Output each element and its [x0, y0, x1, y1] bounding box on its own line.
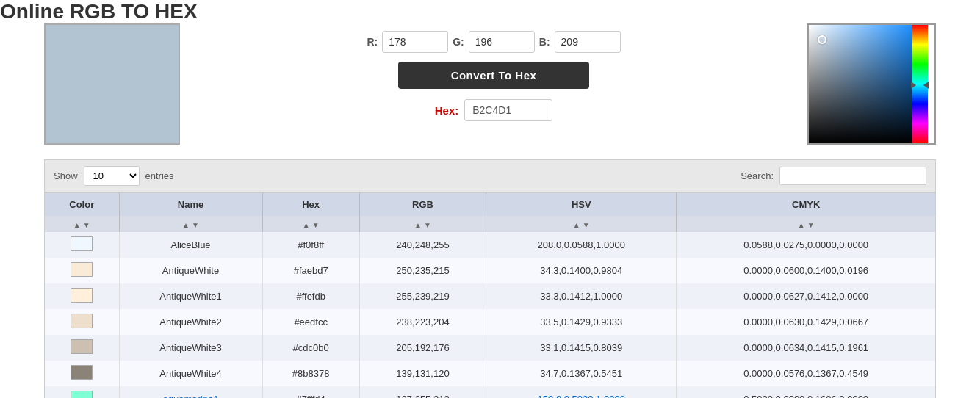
- cell-name: AntiqueWhite1: [119, 283, 262, 309]
- sort-hsv: ▲ ▼: [486, 216, 677, 232]
- sort-hex-btn[interactable]: ▲ ▼: [303, 221, 320, 229]
- sort-rgb: ▲ ▼: [359, 216, 486, 232]
- hex-input[interactable]: [464, 99, 552, 121]
- g-label: G:: [453, 36, 464, 48]
- color-swatch: [71, 288, 93, 303]
- cell-hex: #ffefdb: [262, 283, 359, 309]
- table-sort-row: ▲ ▼ ▲ ▼ ▲ ▼: [45, 216, 936, 232]
- table-row: AntiqueWhite#faebd7250,235,21534.3,0.140…: [45, 258, 936, 283]
- entries-label: entries: [145, 170, 174, 181]
- sort-hsv-btn[interactable]: ▲ ▼: [573, 221, 590, 229]
- cell-hsv: 33.3,0.1412,1.0000: [486, 283, 677, 309]
- sort-up-icon[interactable]: ▲: [182, 221, 190, 229]
- sort-up-icon[interactable]: ▲: [414, 221, 422, 229]
- color-swatch: [71, 391, 93, 398]
- sort-up-icon[interactable]: ▲: [73, 221, 81, 229]
- col-color: Color: [45, 193, 120, 217]
- hex-label: Hex:: [435, 104, 459, 117]
- sort-up-icon[interactable]: ▲: [573, 221, 580, 229]
- cell-hsv: 34.7,0.1367,0.5451: [486, 361, 677, 386]
- sort-down-icon[interactable]: ▼: [312, 221, 320, 229]
- col-cmyk: CMYK: [677, 193, 936, 217]
- cell-hsv: 159.8,0.5020,1.0000: [486, 386, 677, 398]
- cell-color: [45, 309, 120, 335]
- g-input[interactable]: [469, 31, 535, 53]
- cell-color: [45, 386, 120, 398]
- color-swatch: [71, 314, 93, 328]
- cell-hex: #cdc0b0: [262, 335, 359, 361]
- hsv-link[interactable]: 159.8,0.5020,1.0000: [538, 394, 625, 398]
- b-input[interactable]: [555, 31, 621, 53]
- convert-button[interactable]: Convert To Hex: [398, 62, 589, 89]
- col-rgb: RGB: [359, 193, 486, 217]
- page-title: Online RGB TO HEX: [0, 0, 980, 23]
- search-area: Search:: [741, 167, 926, 185]
- search-input[interactable]: [779, 167, 926, 185]
- col-name: Name: [119, 193, 262, 217]
- cell-hsv: 33.5,0.1429,0.9333: [486, 309, 677, 335]
- rgb-inputs: R: G: B:: [367, 31, 620, 53]
- cell-hsv: 34.3,0.1400,0.9804: [486, 258, 677, 283]
- table-row: AliceBlue#f0f8ff240,248,255208.0,0.0588,…: [45, 232, 936, 258]
- sort-down-icon[interactable]: ▼: [192, 221, 199, 229]
- cell-cmyk: 0.0000,0.0576,0.1367,0.4549: [677, 361, 936, 386]
- color-preview-box: [44, 23, 180, 145]
- search-label: Search:: [741, 170, 774, 181]
- sort-up-icon[interactable]: ▲: [303, 221, 310, 229]
- cell-name: AntiqueWhite2: [119, 309, 262, 335]
- cell-color: [45, 283, 120, 309]
- table-row: AntiqueWhite2#eedfcc238,223,20433.5,0.14…: [45, 309, 936, 335]
- sort-down-icon[interactable]: ▼: [807, 221, 815, 229]
- show-label: Show: [54, 170, 78, 181]
- converter-area: R: G: B: Convert To Hex Hex:: [180, 23, 807, 121]
- sort-color-btn[interactable]: ▲ ▼: [73, 221, 90, 229]
- sort-rgb-btn[interactable]: ▲ ▼: [414, 221, 431, 229]
- cell-name: AntiqueWhite3: [119, 335, 262, 361]
- cell-hsv: 33.1,0.1415,0.8039: [486, 335, 677, 361]
- sort-down-icon[interactable]: ▼: [424, 221, 431, 229]
- cell-cmyk: 0.5020,0.0000,0.1686,0.0000: [677, 386, 936, 398]
- color-swatch: [71, 339, 93, 354]
- color-swatch: [71, 236, 93, 251]
- sort-down-icon[interactable]: ▼: [83, 221, 90, 229]
- color-table: Color Name Hex RGB HSV CMYK ▲ ▼ ▲ ▼: [44, 192, 936, 398]
- table-header-row: Color Name Hex RGB HSV CMYK: [45, 193, 936, 217]
- sort-name-btn[interactable]: ▲ ▼: [182, 221, 199, 229]
- header: Online RGB TO HEX: [0, 0, 980, 23]
- r-input[interactable]: [382, 31, 448, 53]
- col-hsv: HSV: [486, 193, 677, 217]
- sort-cmyk: ▲ ▼: [677, 216, 936, 232]
- cell-color: [45, 232, 120, 258]
- table-row: AntiqueWhite1#ffefdb255,239,21933.3,0.14…: [45, 283, 936, 309]
- cell-rgb: 240,248,255: [359, 232, 486, 258]
- hue-strip[interactable]: [912, 25, 928, 143]
- table-section: Show 10 25 50 100 entries Search: Color …: [0, 159, 980, 398]
- cell-name: AntiqueWhite: [119, 258, 262, 283]
- cell-cmyk: 0.0000,0.0600,0.1400,0.0196: [677, 258, 936, 283]
- color-swatch: [71, 365, 93, 380]
- sort-up-icon[interactable]: ▲: [798, 221, 805, 229]
- cell-cmyk: 0.0588,0.0275,0.0000,0.0000: [677, 232, 936, 258]
- color-gradient[interactable]: [809, 25, 912, 143]
- r-label: R:: [367, 36, 378, 48]
- sort-cmyk-btn[interactable]: ▲ ▼: [798, 221, 815, 229]
- color-picker-widget[interactable]: [807, 23, 936, 145]
- cell-rgb: 205,192,176: [359, 335, 486, 361]
- hue-arrow-left: [911, 82, 916, 89]
- top-section: R: G: B: Convert To Hex Hex:: [0, 23, 980, 152]
- b-label: B:: [539, 36, 550, 48]
- cell-cmyk: 0.0000,0.0630,0.1429,0.0667: [677, 309, 936, 335]
- entries-select[interactable]: 10 25 50 100: [84, 166, 140, 186]
- table-controls: Show 10 25 50 100 entries Search:: [44, 159, 936, 192]
- cell-color: [45, 258, 120, 283]
- color-name-link[interactable]: aquamarine1: [163, 394, 219, 398]
- cell-rgb: 127,255,212: [359, 386, 486, 398]
- gradient-cursor[interactable]: [818, 35, 826, 44]
- cell-color: [45, 361, 120, 386]
- sort-hex: ▲ ▼: [262, 216, 359, 232]
- cell-hex: #eedfcc: [262, 309, 359, 335]
- hex-row: Hex:: [435, 99, 553, 121]
- cell-hsv: 208.0,0.0588,1.0000: [486, 232, 677, 258]
- sort-down-icon[interactable]: ▼: [583, 221, 590, 229]
- cell-name: AntiqueWhite4: [119, 361, 262, 386]
